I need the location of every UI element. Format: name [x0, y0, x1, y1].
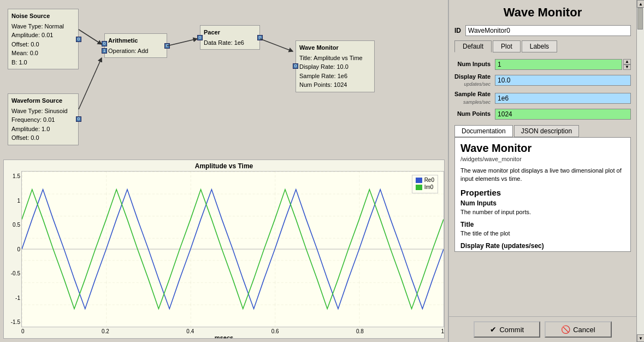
y-tick-3: 0.5 — [5, 222, 20, 228]
sample-rate-sublabel: samples/sec — [463, 99, 491, 105]
tab-plot[interactable]: Plot — [493, 40, 521, 52]
x-tick-3: 0.6 — [271, 328, 279, 334]
legend-re0-color — [416, 178, 422, 183]
properties-grid: Num Inputs ▲ ▼ Display Rate updates/sec … — [449, 57, 636, 122]
arithmetic-operation: Operation: Add — [108, 46, 163, 56]
wavemonitor-display-rate: Display Rate: 10.0 — [299, 62, 371, 72]
docs-tabs-row: Documentation JSON description — [454, 125, 631, 137]
wavemonitor-sample-rate: Sample Rate: 1e6 — [299, 72, 371, 81]
docs-description: The wave monitor plot displays a live tw… — [460, 167, 625, 184]
id-input[interactable] — [465, 25, 631, 36]
waveform-source-block[interactable]: Waveform Source Wave Type: Sinusoid Freq… — [8, 93, 79, 145]
docs-tab-documentation[interactable]: Documentation — [454, 125, 513, 137]
y-tick-4: 0 — [5, 246, 20, 252]
sample-rate-label: Sample Rate samples/sec — [454, 91, 491, 105]
num-inputs-label: Num Inputs — [454, 61, 491, 68]
sample-rate-input[interactable] — [495, 93, 631, 104]
x-tick-4: 0.8 — [356, 328, 364, 334]
scroll-thumb[interactable] — [637, 8, 643, 30]
y-axis-labels: 1.5 1 0.5 0 -0.5 -1 -1.5 — [4, 171, 21, 327]
waveform-frequency: Frequency: 0.01 — [11, 115, 75, 125]
right-scrollbar[interactable]: ▲ ▼ — [636, 0, 644, 342]
svg-line-3 — [260, 39, 293, 51]
arithmetic-input1-port[interactable]: 1 — [102, 48, 107, 54]
display-rate-input[interactable] — [495, 75, 631, 86]
wavemonitor-plot-title: Title: Amplitude vs Time — [299, 54, 371, 63]
docs-section: Documentation JSON description Wave Moni… — [454, 125, 631, 313]
arithmetic-block[interactable]: Arithmetic Operation: Add 0 1 0 — [104, 33, 167, 58]
scroll-up-btn[interactable]: ▲ — [637, 0, 644, 8]
pacer-title: Pacer — [204, 28, 256, 37]
cancel-button[interactable]: 🚫 Cancel — [545, 321, 611, 338]
x-tick-0: 0 — [21, 328, 25, 334]
id-row: ID — [449, 24, 636, 40]
noise-wave-type: Wave Type: Normal — [11, 22, 75, 31]
x-tick-1: 0.2 — [102, 328, 109, 334]
svg-line-1 — [79, 58, 102, 109]
id-label: ID — [454, 27, 461, 34]
num-inputs-down[interactable]: ▼ — [623, 64, 631, 70]
num-inputs-up[interactable]: ▲ — [623, 59, 631, 64]
legend-re0: Re0 — [416, 177, 434, 183]
wavemonitor-block[interactable]: Wave Monitor Title: Amplitude vs Time Di… — [296, 40, 375, 92]
waveform-output-port[interactable]: 0 — [76, 116, 81, 122]
plot-area: Amplitude vs Time 1.5 1 0.5 0 -0.5 -1 -1… — [3, 160, 445, 339]
scroll-down-btn[interactable]: ▼ — [637, 334, 644, 342]
right-panel: ▲ ▼ Wave Monitor ID Default Plot Labels … — [448, 0, 644, 342]
docs-tab-json[interactable]: JSON description — [514, 125, 579, 137]
commit-button[interactable]: ✔ Commit — [474, 321, 540, 338]
waveform-source-title: Waveform Source — [11, 96, 75, 105]
legend-im0-label: Im0 — [424, 184, 434, 190]
plot-svg — [22, 172, 444, 327]
plot-legend: Re0 Im0 — [412, 175, 438, 193]
display-rate-sublabel: updates/sec — [464, 81, 491, 87]
svg-line-0 — [79, 30, 102, 44]
bottom-buttons: ✔ Commit 🚫 Cancel — [449, 316, 636, 342]
num-points-input[interactable] — [495, 109, 631, 120]
tabs-row: Default Plot Labels — [449, 40, 636, 52]
left-panel: Noise Source Wave Type: Normal Amplitude… — [0, 0, 448, 342]
num-inputs-input[interactable] — [495, 59, 622, 70]
legend-im0: Im0 — [416, 184, 434, 190]
wavemonitor-num-points: Num Points: 1024 — [299, 80, 371, 90]
noise-output-port[interactable]: 0 — [76, 37, 81, 42]
docs-path: /widgets/wave_monitor — [460, 156, 625, 162]
docs-num-inputs-desc: The number of input ports. — [460, 208, 625, 216]
num-inputs-spinner: ▲ ▼ — [623, 59, 631, 70]
x-tick-5: 1 — [441, 328, 444, 334]
pacer-input-port[interactable]: 0 — [197, 35, 203, 40]
arithmetic-input0-port[interactable]: 0 — [102, 41, 107, 46]
legend-im0-color — [416, 185, 422, 190]
num-points-label: Num Points — [454, 110, 491, 117]
y-tick-2: 1 — [5, 198, 20, 204]
commit-label: Commit — [499, 326, 524, 334]
pacer-output-port[interactable]: 0 — [257, 35, 263, 40]
cancel-label: Cancel — [573, 326, 595, 334]
docs-display-rate-name: Display Rate (updates/sec) — [460, 242, 625, 250]
docs-props-heading: Properties — [460, 188, 625, 197]
wavemonitor-block-title: Wave Monitor — [299, 43, 371, 52]
tab-default[interactable]: Default — [454, 40, 492, 52]
noise-offset: Offset: 0.0 — [11, 40, 75, 49]
pacer-data-rate: Data Rate: 1e6 — [204, 38, 256, 48]
arithmetic-output-port[interactable]: 0 — [164, 43, 170, 49]
wavemonitor-input-port[interactable]: 0 — [293, 63, 298, 69]
waveform-wave-type: Wave Type: Sinusoid — [11, 107, 75, 116]
x-axis-title: msecs — [4, 334, 444, 339]
y-tick-7: -1.5 — [5, 319, 20, 325]
legend-re0-label: Re0 — [424, 177, 434, 183]
x-tick-2: 0.4 — [186, 328, 194, 334]
y-tick-5: -0.5 — [5, 270, 20, 276]
docs-content: Wave Monitor /widgets/wave_monitor The w… — [454, 137, 631, 252]
y-tick-6: -1 — [5, 295, 20, 301]
docs-title-desc: The title of the plot — [460, 229, 625, 238]
num-inputs-row: ▲ ▼ — [495, 59, 631, 70]
plot-title: Amplitude vs Time — [4, 160, 444, 171]
pacer-block[interactable]: Pacer Data Rate: 1e6 0 0 — [200, 25, 260, 50]
noise-mean: Mean: 0.0 — [11, 49, 75, 58]
tab-labels[interactable]: Labels — [522, 40, 557, 52]
noise-source-block[interactable]: Noise Source Wave Type: Normal Amplitude… — [8, 9, 79, 69]
docs-heading: Wave Monitor — [460, 142, 625, 155]
commit-icon: ✔ — [490, 325, 497, 334]
noise-amplitude: Amplitude: 0.01 — [11, 31, 75, 40]
